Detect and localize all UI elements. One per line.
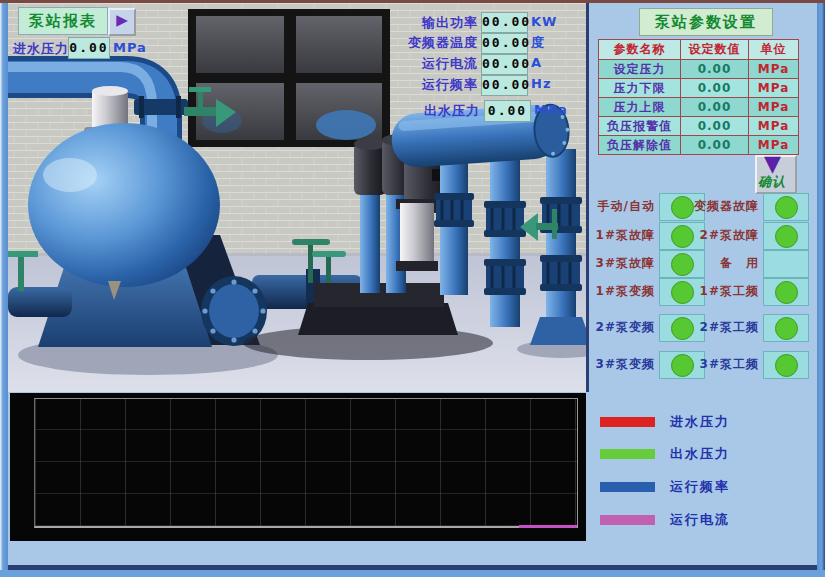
riser-pipe — [490, 155, 520, 327]
frame-right — [817, 0, 825, 577]
legend-swatch-frequency — [600, 482, 655, 492]
col-header-value: 设定数值 — [681, 40, 749, 60]
legend-label-current: 运行电流 — [670, 511, 730, 529]
pipe-coupling — [434, 193, 474, 227]
param-unit: MPa — [749, 117, 799, 136]
settings-title: 泵站参数设置 — [639, 8, 773, 36]
inlet-pressure-unit: MPa — [113, 40, 147, 55]
window — [188, 9, 390, 147]
inverter-temp-label: 变频器温度 — [398, 34, 478, 52]
status-box-spare — [763, 250, 809, 278]
table-row: 压力下限 0.00 MPa — [599, 79, 799, 98]
output-power-label: 输出功率 — [398, 14, 478, 32]
status-lamp-pump2-mains — [763, 314, 809, 342]
param-name: 压力上限 — [599, 98, 681, 117]
table-row: 压力上限 0.00 MPa — [599, 98, 799, 117]
report-nav-button[interactable]: ▶ — [108, 8, 136, 36]
outlet-pressure-label: 出水压力 — [424, 102, 480, 120]
trend-plot-area — [34, 398, 578, 528]
suction-pipe — [8, 287, 72, 317]
pipe-coupling — [484, 201, 526, 237]
status-label-pump1-mains: 1#泵工频 — [693, 283, 759, 300]
lamp-icon — [671, 253, 694, 276]
inlet-pressure-value: 0.00 — [68, 37, 110, 59]
param-name: 负压解除值 — [599, 136, 681, 155]
status-lamp-vfd-fault — [763, 193, 809, 221]
pump-station-hmi: 泵站报表 ▶ 进水压力 0.00 MPa 输出功率 00.00 KW 变频器温度… — [0, 0, 825, 577]
status-label-pump3-fault: 3#泵故障 — [591, 255, 655, 272]
param-unit: MPa — [749, 60, 799, 79]
param-name: 设定压力 — [599, 60, 681, 79]
status-label-pump3-vfd: 3#泵变频 — [591, 356, 655, 373]
param-value-field[interactable]: 0.00 — [681, 98, 749, 117]
run-current-label: 运行电流 — [398, 55, 478, 73]
param-name: 压力下限 — [599, 79, 681, 98]
confirm-button[interactable]: ▼ 确认 — [755, 155, 797, 194]
lamp-icon — [775, 196, 798, 219]
outlet-pressure-unit: MPa — [534, 102, 568, 117]
inlet-pressure-label: 进水压力 — [13, 40, 69, 58]
lamp-icon — [671, 225, 694, 248]
trend-chart — [10, 393, 586, 541]
output-power-value: 00.00 — [481, 12, 528, 33]
run-frequency-unit: Hz — [531, 76, 551, 91]
riser-pipe — [546, 149, 576, 321]
pump-body — [396, 199, 438, 271]
lamp-icon — [671, 317, 694, 340]
outlet-pressure-value: 0.00 — [484, 100, 531, 122]
status-lamp-pump1-mains — [763, 278, 809, 306]
status-label-pump2-vfd: 2#泵变频 — [591, 319, 655, 336]
legend-label-frequency: 运行频率 — [670, 478, 730, 496]
legend-label-inlet: 进水压力 — [670, 413, 730, 431]
legend-swatch-inlet — [600, 417, 655, 427]
settings-panel: 泵站参数设置 参数名称 设定数值 单位 设定压力 0.00 MPa 压力下限 0… — [589, 3, 817, 569]
pipe-coupling — [484, 259, 526, 295]
col-header-unit: 单位 — [749, 40, 799, 60]
pressure-tank — [28, 123, 220, 287]
param-unit: MPa — [749, 79, 799, 98]
pump-column — [360, 191, 380, 293]
param-value-field[interactable]: 0.00 — [681, 79, 749, 98]
status-label-pump2-fault: 2#泵故障 — [693, 227, 759, 244]
table-row: 设定压力 0.00 MPa — [599, 60, 799, 79]
param-name: 负压报警值 — [599, 117, 681, 136]
param-value-field[interactable]: 0.00 — [681, 136, 749, 155]
legend-swatch-current — [600, 515, 655, 525]
status-label-pump1-fault: 1#泵故障 — [591, 227, 655, 244]
frame-top — [0, 0, 825, 3]
frame-left — [0, 0, 8, 577]
inverter-temp-unit: 度 — [531, 34, 545, 52]
riser-pipe — [440, 161, 468, 295]
pipe-coupling — [540, 255, 582, 291]
run-current-unit: A — [531, 55, 542, 70]
panel-divider — [586, 3, 589, 392]
status-lamp-pump3-mains — [763, 351, 809, 379]
param-value-field[interactable]: 0.00 — [681, 60, 749, 79]
status-label-pump3-mains: 3#泵工频 — [693, 356, 759, 373]
run-current-trend-line — [519, 525, 577, 528]
lamp-icon — [671, 281, 694, 304]
status-label-vfd-fault: 变频器故障 — [693, 198, 759, 215]
run-frequency-label: 运行频率 — [398, 76, 478, 94]
status-label-manual-auto: 手动/自动 — [591, 198, 655, 215]
report-button[interactable]: 泵站报表 — [18, 7, 108, 35]
param-unit: MPa — [749, 98, 799, 117]
lamp-icon — [775, 225, 798, 248]
status-label-pump2-mains: 2#泵工频 — [693, 319, 759, 336]
inverter-temp-value: 00.00 — [481, 33, 528, 54]
pump-skid — [298, 303, 458, 335]
parameters-table: 参数名称 设定数值 单位 设定压力 0.00 MPa 压力下限 0.00 MPa… — [598, 39, 799, 155]
legend-label-outlet: 出水压力 — [670, 445, 730, 463]
status-label-pump1-vfd: 1#泵变频 — [591, 283, 655, 300]
confirm-label: 确认 — [758, 173, 786, 191]
lamp-icon — [775, 317, 798, 340]
frame-bottom — [0, 570, 825, 577]
pump-motor — [354, 138, 386, 195]
play-icon: ▶ — [116, 11, 128, 29]
table-row: 负压报警值 0.00 MPa — [599, 117, 799, 136]
legend-swatch-outlet — [600, 449, 655, 459]
lamp-icon — [775, 354, 798, 377]
col-header-name: 参数名称 — [599, 40, 681, 60]
lamp-icon — [775, 281, 798, 304]
param-value-field[interactable]: 0.00 — [681, 117, 749, 136]
